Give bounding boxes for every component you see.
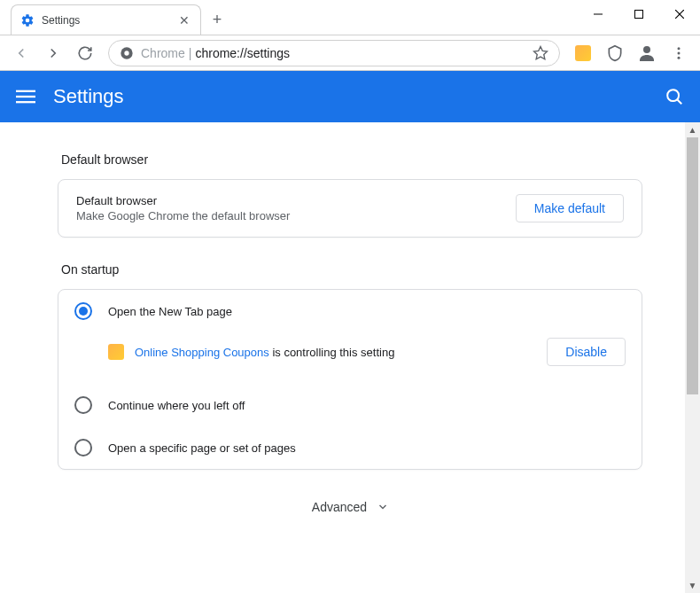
new-tab-button[interactable]: +: [205, 7, 229, 32]
section-title-default-browser: Default browser: [61, 152, 642, 167]
page-title: Settings: [53, 85, 124, 108]
svg-rect-12: [16, 96, 35, 98]
window-titlebar: Settings ✕ +: [0, 0, 700, 35]
browser-toolbar: Chrome | chrome://settings: [0, 35, 700, 71]
radio-icon[interactable]: [74, 302, 92, 320]
browser-tab[interactable]: Settings ✕: [11, 4, 201, 35]
search-icon[interactable]: [665, 87, 684, 106]
svg-point-10: [678, 56, 681, 59]
extension-badge-icon: [108, 344, 124, 360]
gear-icon: [20, 13, 35, 27]
profile-avatar[interactable]: [633, 39, 661, 67]
svg-point-14: [667, 90, 679, 101]
extension-name-link[interactable]: Online Shopping Coupons: [135, 346, 269, 359]
kebab-menu-icon[interactable]: [665, 39, 693, 67]
svg-point-9: [678, 51, 681, 54]
scroll-down-arrow[interactable]: ▼: [685, 578, 700, 593]
minimize-button[interactable]: [578, 0, 618, 28]
startup-option-continue[interactable]: Continue where you left off: [58, 384, 642, 426]
on-startup-card: Open the New Tab page Online Shopping Co…: [58, 289, 642, 470]
svg-point-7: [643, 46, 650, 53]
settings-header: Settings: [0, 71, 700, 122]
close-window-button[interactable]: [659, 0, 700, 28]
forward-button[interactable]: [39, 39, 67, 67]
svg-rect-11: [16, 90, 35, 92]
svg-marker-6: [534, 46, 548, 59]
shield-icon[interactable]: [601, 39, 629, 67]
address-bar[interactable]: Chrome | chrome://settings: [108, 40, 560, 66]
chevron-down-icon: [377, 502, 388, 512]
svg-rect-1: [635, 11, 643, 19]
extension-notice-text: is controlling this setting: [269, 346, 395, 359]
settings-content: Default browser Default browser Make Goo…: [0, 122, 700, 593]
back-button[interactable]: [7, 39, 35, 67]
close-icon[interactable]: ✕: [177, 13, 191, 27]
svg-line-15: [677, 99, 681, 104]
make-default-button[interactable]: Make default: [516, 194, 624, 222]
section-title-on-startup: On startup: [61, 262, 642, 277]
window-controls: [578, 0, 700, 28]
tab-title: Settings: [42, 14, 177, 27]
vertical-scrollbar[interactable]: ▲ ▼: [685, 122, 700, 593]
startup-option-specific[interactable]: Open a specific page or set of pages: [58, 426, 642, 469]
svg-rect-13: [16, 101, 35, 103]
extension-controlling-notice: Online Shopping Coupons is controlling t…: [58, 332, 642, 384]
disable-extension-button[interactable]: Disable: [547, 338, 626, 366]
advanced-toggle[interactable]: Advanced: [0, 500, 700, 514]
scroll-thumb[interactable]: [687, 137, 698, 394]
chrome-icon: [120, 46, 134, 60]
maximize-button[interactable]: [618, 0, 659, 28]
scroll-up-arrow[interactable]: ▲: [685, 122, 700, 137]
url-text: chrome://settings: [195, 46, 290, 60]
extension-icon[interactable]: [569, 39, 597, 67]
url-separator: |: [189, 46, 192, 60]
url-prefix: Chrome: [141, 46, 185, 60]
svg-point-8: [678, 47, 681, 50]
default-browser-sub: Make Google Chrome the default browser: [76, 209, 290, 222]
reload-button[interactable]: [71, 39, 99, 67]
radio-icon[interactable]: [74, 439, 92, 456]
startup-option-newtab[interactable]: Open the New Tab page: [58, 290, 642, 332]
bookmark-star-icon[interactable]: [533, 45, 548, 61]
radio-icon[interactable]: [74, 396, 92, 414]
svg-marker-16: [379, 505, 386, 510]
default-browser-card: Default browser Make Google Chrome the d…: [58, 179, 642, 238]
hamburger-menu-icon[interactable]: [16, 87, 35, 106]
default-browser-label: Default browser: [76, 194, 290, 207]
svg-point-5: [124, 51, 128, 55]
